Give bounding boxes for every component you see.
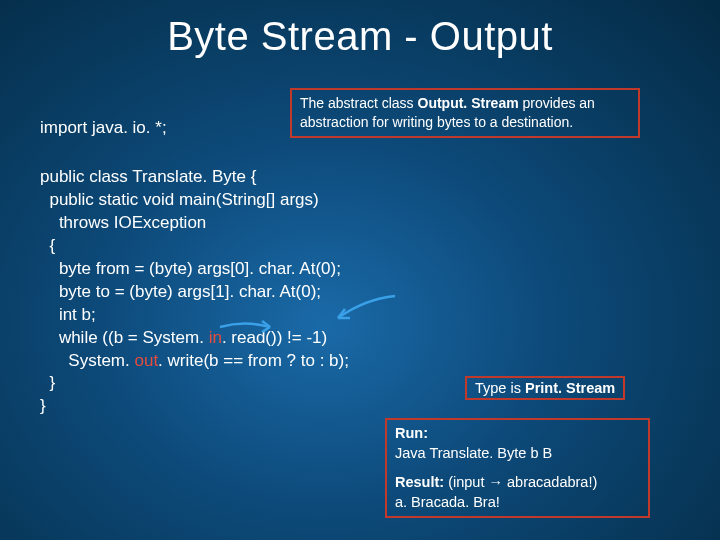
code-line-part: System.: [40, 351, 134, 370]
code-listing: public class Translate. Byte { public st…: [40, 166, 349, 418]
run-command: Java Translate. Byte b B: [395, 445, 552, 461]
code-line: byte from = (byte) args[0]. char. At(0);: [40, 259, 341, 278]
type-callout: Type is Print. Stream: [465, 376, 625, 400]
code-line: }: [40, 396, 46, 415]
code-line: int b;: [40, 305, 96, 324]
code-line: public static void main(String[] args): [40, 190, 319, 209]
code-line: byte to = (byte) args[1]. char. At(0);: [40, 282, 321, 301]
callout-text-pre: The abstract class: [300, 95, 418, 111]
result-section: Result: (input → abracadabra!) a. Bracad…: [395, 473, 640, 512]
slide-title: Byte Stream - Output: [0, 0, 720, 59]
callout-classname: Output. Stream: [418, 95, 519, 111]
code-line-part: while ((b = System.: [40, 328, 209, 347]
result-output: a. Bracada. Bra!: [395, 494, 500, 510]
code-line: public class Translate. Byte {: [40, 167, 256, 186]
run-section: Run: Java Translate. Byte b B: [395, 424, 640, 463]
code-highlight-out: out: [134, 351, 158, 370]
code-line-part: . write(b == from ? to : b);: [158, 351, 349, 370]
code-highlight-in: in: [209, 328, 222, 347]
code-line: }: [40, 373, 55, 392]
run-result-callout: Run: Java Translate. Byte b B Result: (i…: [385, 418, 650, 518]
import-statement: import java. io. *;: [40, 118, 167, 138]
result-hint: (input → abracadabra!): [444, 474, 597, 490]
result-label: Result:: [395, 474, 444, 490]
abstract-class-callout: The abstract class Output. Stream provid…: [290, 88, 640, 138]
run-label: Run:: [395, 425, 428, 441]
code-line-part: . read()) != -1): [222, 328, 327, 347]
callout-classname: Print. Stream: [525, 380, 615, 396]
callout-text-pre: Type is: [475, 380, 525, 396]
code-line: throws IOException: [40, 213, 206, 232]
code-line: {: [40, 236, 55, 255]
